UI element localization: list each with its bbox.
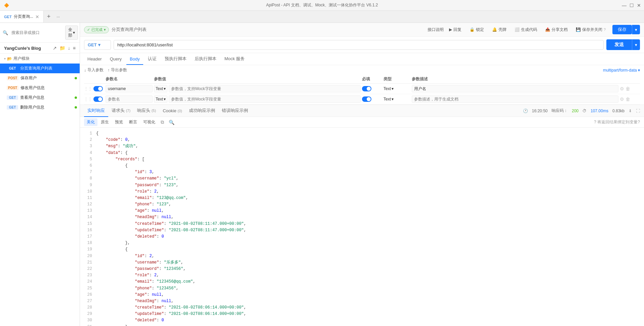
sidebar-module-header[interactable]: ▾ 📂 用户模块 xyxy=(0,54,80,64)
more-icon[interactable]: ≡ xyxy=(73,45,76,51)
drag-handle-icon[interactable]: ⋮⋮ xyxy=(84,86,92,91)
fullscreen-icon[interactable]: ⛶ xyxy=(636,109,640,113)
tab-success-example[interactable]: 成功响应示例 xyxy=(186,105,218,117)
method-badge-post: POST xyxy=(7,86,18,90)
required-toggle[interactable] xyxy=(362,86,371,91)
folder-icon[interactable]: 📁 xyxy=(59,45,65,51)
send-dropdown-button[interactable]: ▾ xyxy=(632,39,640,50)
tab-error-example[interactable]: 错误响应示例 xyxy=(218,105,251,117)
json-content: { xyxy=(96,130,98,137)
download-response-icon[interactable]: ⬇ xyxy=(629,109,632,113)
sidebar-item-saveuser[interactable]: POST 保存用户 xyxy=(0,73,80,83)
table-header-row: 参数名 参数值 必填 类型 参数描述 xyxy=(84,75,640,84)
tab-add-button[interactable]: + xyxy=(44,11,54,23)
json-line: 3 "msg": "成功", xyxy=(80,143,644,150)
json-content: "deleted": 0 xyxy=(96,317,164,324)
param-name-input[interactable] xyxy=(106,85,153,92)
json-content: "code": 0, xyxy=(96,137,130,143)
sidebar-item-pagelist[interactable]: GET 分页查询用户列表 xyxy=(0,64,80,73)
chevron-down-icon: ▾ xyxy=(104,28,106,32)
tab-body[interactable]: Body xyxy=(126,54,143,65)
json-line: 14 "headImg": null, xyxy=(80,214,644,220)
description-input[interactable] xyxy=(412,85,618,92)
sidebar-item-deleteuser[interactable]: GET 删除用户信息 xyxy=(0,103,80,112)
settings-icon[interactable]: ⚙ xyxy=(620,96,624,102)
url-input[interactable] xyxy=(114,40,604,50)
json-line: 22 "password": "123456", xyxy=(80,266,644,272)
row-enable-toggle[interactable] xyxy=(93,96,103,102)
format-beautify[interactable]: 美化 xyxy=(84,118,97,126)
tab-mock[interactable]: Mock 服务 xyxy=(221,53,248,65)
format-visualize[interactable]: 可视化 xyxy=(140,118,158,126)
format-assert[interactable]: 断言 xyxy=(126,118,140,126)
line-number: 23 xyxy=(84,272,92,279)
save-dropdown-button[interactable]: ▾ xyxy=(632,25,640,34)
tab-pre-script[interactable]: 预执行脚本 xyxy=(161,53,190,65)
minimize-button[interactable]: — xyxy=(622,3,627,8)
search-input[interactable] xyxy=(9,29,64,36)
tab-close-icon[interactable]: ✕ xyxy=(35,14,39,19)
tab-query[interactable]: Query xyxy=(107,54,125,65)
sidebar-item-edituser[interactable]: POST 修改用户信息 xyxy=(0,83,80,93)
param-name-input[interactable] xyxy=(106,95,153,103)
tab-cookie[interactable]: Cookie (0) xyxy=(159,106,186,117)
send-button[interactable]: 发送 xyxy=(606,39,632,50)
search-icon[interactable]: 🔍 xyxy=(167,119,176,126)
format-raw[interactable]: 原生 xyxy=(98,118,112,126)
clock-icon: 🕐 xyxy=(523,109,528,113)
check-icon: ✓ xyxy=(87,28,90,32)
tab-post-script[interactable]: 后执行脚本 xyxy=(191,53,220,65)
description-input[interactable] xyxy=(412,95,618,103)
delete-icon[interactable]: 🗑 xyxy=(626,96,630,102)
tab-header[interactable]: Header xyxy=(84,54,105,65)
lock-button[interactable]: 🔒 锁定 xyxy=(467,26,487,34)
tab-more-button[interactable]: ··· xyxy=(54,11,63,23)
share-doc-button[interactable]: 📤 分享文档 xyxy=(542,26,570,34)
response-area: 实时响应 请求头 (7) 响应头 (5) Cookie (0) 成功响应示例 xyxy=(80,105,644,326)
param-value-input[interactable] xyxy=(169,95,361,103)
copy-icon[interactable]: ⧉ xyxy=(159,118,166,126)
download-icon[interactable]: ↓ xyxy=(68,45,70,51)
maximize-button[interactable]: ☐ xyxy=(629,3,634,8)
response-body: 1{2 "code": 0,3 "msg": "成功",4 "data": {5… xyxy=(80,128,644,326)
tab-request-headers[interactable]: 请求头 (7) xyxy=(108,105,134,117)
drag-handle-icon[interactable]: ⋮⋮ xyxy=(84,97,92,101)
bind-variable-toggle[interactable]: ? 将返回结果绑定到变量? xyxy=(594,119,640,125)
param-value-input[interactable] xyxy=(169,85,361,92)
assert-label: 断言 xyxy=(129,120,137,124)
share-icon[interactable]: ↗ xyxy=(53,45,57,51)
import-params-button[interactable]: ↓ 导入参数 xyxy=(84,67,104,73)
json-line: 10 "role": 2, xyxy=(80,189,644,195)
generate-code-button[interactable]: ⬜ 生成代码 xyxy=(512,26,540,34)
tab-realtime[interactable]: 实时响应 xyxy=(84,105,108,117)
search-icon: 🔍 xyxy=(3,30,8,35)
value-type-select[interactable]: Text ▾ xyxy=(154,95,167,103)
save-close-button[interactable]: 💾 保存并关闭 ? xyxy=(573,26,608,34)
tab-get-pagelist[interactable]: GET 分页查询... ✕ xyxy=(0,11,44,23)
type-cell: Text ▾ xyxy=(384,86,410,91)
tab-bar: GET 分页查询... ✕ + ··· xyxy=(0,11,644,23)
export-params-button[interactable]: ↑ 导出参数 xyxy=(108,67,127,73)
required-toggle[interactable] xyxy=(362,96,371,102)
row-actions: ⚙ 🗑 xyxy=(620,86,640,91)
run-button[interactable]: ▶ 回复 xyxy=(446,26,464,34)
json-content: "age": null, xyxy=(96,292,164,298)
status-badge[interactable]: ✓ 已完成 ▾ xyxy=(84,26,109,33)
filter-button[interactable]: 全部 ▾ xyxy=(65,26,78,40)
json-content: { xyxy=(96,246,128,253)
close-button[interactable]: ✕ xyxy=(637,3,641,8)
delete-icon[interactable]: 🗑 xyxy=(626,86,630,91)
json-content: "password": "123", xyxy=(96,182,178,189)
format-preview[interactable]: 预览 xyxy=(112,118,126,126)
tab-auth[interactable]: 认证 xyxy=(145,53,160,65)
shell-button[interactable]: 🔔 壳牌 xyxy=(489,26,509,34)
save-button[interactable]: 保存 xyxy=(612,25,632,34)
line-number: 29 xyxy=(84,311,92,317)
row-enable-toggle[interactable] xyxy=(93,86,103,91)
value-type-select[interactable]: Text ▾ xyxy=(154,85,167,92)
tab-response-headers[interactable]: 响应头 (5) xyxy=(134,105,159,117)
settings-icon[interactable]: ⚙ xyxy=(620,86,624,91)
method-select[interactable]: GET ▾ xyxy=(84,40,111,50)
sidebar-item-viewuser[interactable]: GET 查看用户信息 xyxy=(0,93,80,103)
content-type-select[interactable]: multipart/form-data ▾ xyxy=(603,68,640,73)
